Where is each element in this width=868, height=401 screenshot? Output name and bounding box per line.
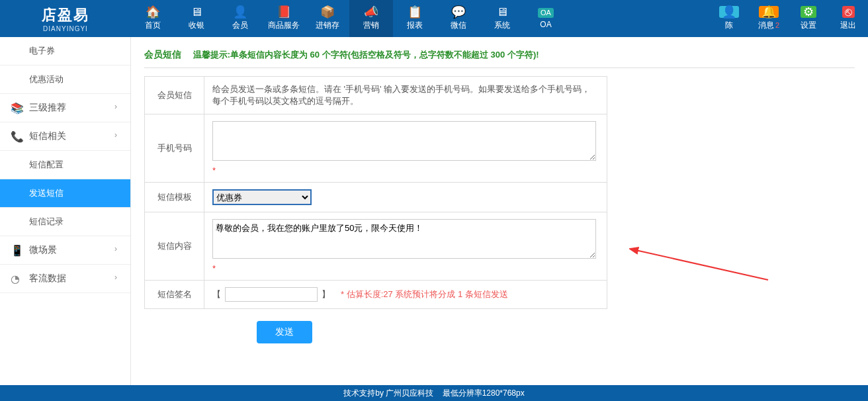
chevron-right-icon: › [114,130,117,140]
sidebar-item-5[interactable]: 发送短信 [0,179,130,208]
label-template: 短信模板 [145,183,204,212]
sidebar-item-2[interactable]: 📚三级推荐› [0,94,130,122]
nav-icon: 🖥 [191,6,202,18]
sidebar-item-7[interactable]: 📱微场景› [0,236,130,265]
nav-right-item-2[interactable]: ⚙设置 [789,0,828,37]
nav-right-label: 陈 [725,20,733,31]
sidebar-item-0[interactable]: 电子券 [0,37,130,66]
nav-label: OA [540,20,551,29]
chevron-right-icon: › [114,273,117,282]
template-select[interactable]: 优惠券 [212,189,312,205]
footer: 技术支持by 广州贝应科技 最低分辨率1280*768px [0,385,868,401]
required-mark: * [212,263,599,273]
nav-label: 营销 [363,20,379,31]
sidebar: 电子券优惠活动📚三级推荐›📞短信相关›短信配置发送短信短信记录📱微场景›◔客流数… [0,37,131,385]
sign-suffix: 】 [322,289,330,300]
nav-icon: 📕 [277,6,291,18]
nav-item-0[interactable]: 🏠首页 [131,0,175,37]
desc-member-sms: 给会员发送一条或多条短信。请在 '手机号码' 输入要发送的手机号码。如果要发送给… [204,77,607,114]
sidebar-icon: 📚 [11,102,24,114]
nav-item-3[interactable]: 📕商品服务 [262,0,306,37]
sidebar-label: 微场景 [29,244,57,255]
sidebar-item-3[interactable]: 📞短信相关› [0,122,130,151]
page-header: 会员短信 温馨提示:单条短信内容长度为 60 个字符(包括空格及符号，总字符数不… [144,49,855,68]
sidebar-label: 短信记录 [29,216,64,226]
sidebar-item-8[interactable]: ◔客流数据› [0,265,130,293]
sidebar-label: 短信相关 [29,130,66,141]
nav-icon: 🖥 [496,6,508,18]
chevron-right-icon: › [114,244,117,253]
nav-right-icon: ⎋ [842,6,855,18]
content-input[interactable] [212,219,596,259]
nav-right-item-0[interactable]: 👤陈 [709,0,749,37]
main-nav: 🏠首页🖥收银👤会员📕商品服务📦进销存📣营销📋报表💬微信🖥系统OAOA [131,0,709,37]
top-header: 店盈易 DIANYINGYI 🏠首页🖥收银👤会员📕商品服务📦进销存📣营销📋报表💬… [0,0,868,37]
nav-right-item-1[interactable]: 🔔消息2 [749,0,789,37]
sidebar-label: 优惠活动 [29,74,64,84]
nav-right-icon: 🔔 [759,6,779,18]
svg-line-0 [636,250,768,280]
label-phone: 手机号码 [145,114,204,183]
main-content: 会员短信 温馨提示:单条短信内容长度为 60 个字符(包括空格及符号，总字符数不… [131,37,868,385]
sidebar-item-1[interactable]: 优惠活动 [0,66,130,94]
nav-right-label: 设置 [801,20,816,31]
sidebar-label: 发送短信 [29,188,64,198]
footer-left: 技术支持by 广州贝应科技 [343,388,433,398]
annotation-arrow-icon [629,247,775,287]
nav-item-4[interactable]: 📦进销存 [306,0,349,37]
sidebar-icon: ◔ [11,273,20,285]
nav-item-5[interactable]: 📣营销 [349,0,393,37]
nav-item-9[interactable]: OAOA [524,0,568,37]
nav-icon: 📋 [408,6,422,18]
sidebar-item-6[interactable]: 短信记录 [0,208,130,236]
sidebar-icon: 📞 [11,130,24,143]
nav-label: 收银 [189,20,204,31]
signature-input[interactable] [225,287,318,302]
chevron-right-icon: › [114,102,117,111]
badge: 2 [775,21,779,29]
nav-right-icon: 👤 [719,6,739,18]
send-button[interactable]: 发送 [257,321,312,343]
nav-label: 首页 [145,20,161,31]
nav-label: 系统 [494,20,510,31]
page-tip: 温馨提示:单条短信内容长度为 60 个字符(包括空格及符号，总字符数不能超过 3… [193,50,539,60]
nav-icon: OA [538,8,554,18]
sidebar-label: 客流数据 [29,273,66,283]
signature-note: * 估算长度:27 系统预计将分成 1 条短信发送 [341,289,508,300]
footer-right: 最低分辨率1280*768px [443,388,525,398]
nav-item-2[interactable]: 👤会员 [218,0,262,37]
sidebar-label: 三级推荐 [29,102,66,112]
nav-item-8[interactable]: 🖥系统 [480,0,524,37]
nav-right-label: 消息2 [758,20,779,31]
nav-icon: 🏠 [146,6,160,18]
nav-label: 会员 [232,20,248,31]
sidebar-label: 电子券 [29,46,55,56]
brand-name: 店盈易 [42,5,89,25]
sign-prefix: 【 [212,289,221,300]
nav-label: 商品服务 [268,20,300,31]
brand-sub: DIANYINGYI [43,25,88,32]
page-title: 会员短信 [144,49,181,60]
nav-item-6[interactable]: 📋报表 [393,0,437,37]
nav-item-1[interactable]: 🖥收银 [175,0,218,37]
sidebar-icon: 📱 [11,244,24,257]
nav-label: 报表 [407,20,423,31]
nav-right-label: 退出 [840,20,856,31]
nav-right: 👤陈🔔消息2⚙设置⎋退出 [709,0,868,37]
sms-form: 会员短信 给会员发送一条或多条短信。请在 '手机号码' 输入要发送的手机号码。如… [144,76,607,309]
label-member-sms: 会员短信 [145,77,204,114]
label-content: 短信内容 [145,212,204,281]
label-signature: 短信签名 [145,281,204,309]
nav-item-7[interactable]: 💬微信 [437,0,480,37]
nav-label: 进销存 [316,20,339,31]
nav-icon: 📣 [364,6,378,18]
nav-icon: 👤 [233,6,247,18]
nav-icon: 📦 [320,6,335,18]
brand-logo: 店盈易 DIANYINGYI [0,0,131,37]
sidebar-item-4[interactable]: 短信配置 [0,151,130,179]
sidebar-label: 短信配置 [29,159,64,169]
nav-right-item-3[interactable]: ⎋退出 [828,0,868,37]
phone-input[interactable] [212,121,596,161]
nav-label: 微信 [451,20,466,31]
required-mark: * [212,165,599,175]
